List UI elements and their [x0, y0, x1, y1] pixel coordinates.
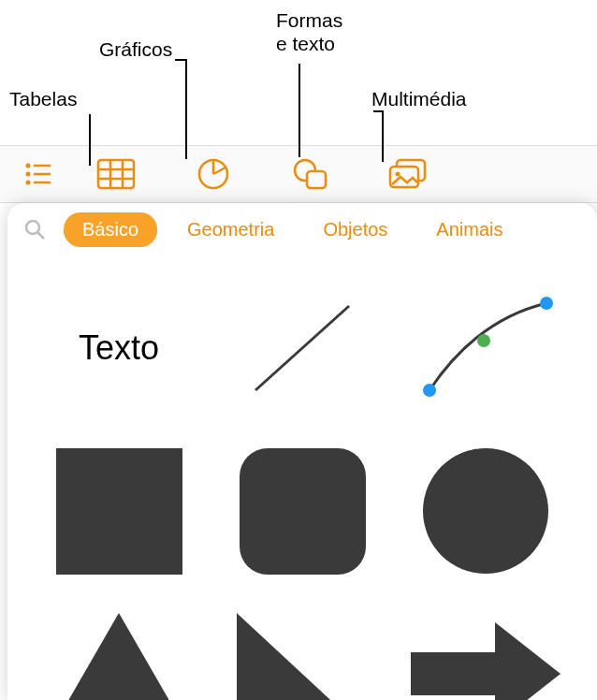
callout-shapes-text: Formas e texto	[276, 8, 342, 55]
shape-right-triangle[interactable]	[219, 604, 386, 700]
shape-text[interactable]: Texto	[36, 278, 202, 418]
tab-animals[interactable]: Animais	[417, 212, 521, 247]
shape-rounded-square[interactable]	[219, 441, 386, 581]
callout-line	[89, 114, 91, 166]
triangle-icon	[49, 613, 189, 700]
shapes-popover: Básico Geometria Objetos Animais Texto	[7, 203, 597, 700]
callout-shapes-l1: Formas	[276, 9, 342, 31]
svg-point-22	[540, 297, 553, 310]
svg-rect-15	[390, 167, 418, 187]
right-triangle-icon	[237, 613, 368, 700]
outline-icon	[24, 162, 52, 186]
shape-triangle[interactable]	[36, 604, 202, 700]
svg-point-2	[26, 172, 31, 177]
chart-icon	[197, 157, 230, 191]
table-button[interactable]	[67, 146, 165, 202]
svg-marker-27	[237, 613, 368, 700]
svg-line-19	[255, 306, 349, 390]
outline-button[interactable]	[9, 146, 67, 202]
callout-line	[373, 99, 411, 165]
svg-rect-13	[307, 171, 326, 188]
callout-annotations: Tabelas Gráficos Formas e texto Multiméd…	[0, 0, 597, 145]
svg-rect-24	[240, 448, 366, 575]
table-icon	[96, 158, 136, 190]
arrow-right-icon	[411, 622, 561, 700]
svg-marker-26	[49, 613, 189, 700]
shapes-tabbar: Básico Geometria Objetos Animais	[7, 203, 597, 255]
curve-icon	[411, 292, 561, 404]
svg-point-21	[477, 334, 490, 347]
svg-point-25	[423, 448, 548, 574]
category-tabs: Básico Geometria Objetos Animais	[64, 212, 584, 247]
svg-point-17	[26, 221, 39, 234]
svg-point-0	[26, 164, 31, 168]
callout-charts: Gráficos	[99, 37, 172, 61]
callout-line	[298, 64, 300, 157]
line-icon	[237, 292, 368, 404]
svg-line-18	[37, 232, 44, 239]
tab-geometry[interactable]: Geometria	[168, 212, 293, 247]
text-shape-label: Texto	[79, 328, 159, 368]
shape-circle[interactable]	[402, 441, 569, 581]
shape-arrow-right[interactable]	[402, 604, 569, 700]
svg-rect-6	[98, 160, 134, 188]
svg-point-20	[423, 384, 436, 397]
square-icon	[56, 448, 182, 575]
svg-point-16	[396, 172, 400, 177]
shape-button[interactable]	[262, 146, 359, 202]
callout-tables: Tabelas	[9, 87, 77, 110]
svg-marker-28	[411, 622, 561, 700]
shape-square[interactable]	[36, 441, 202, 581]
rounded-square-icon	[240, 448, 366, 575]
search-icon[interactable]	[21, 215, 49, 243]
shape-curve[interactable]	[402, 278, 569, 418]
shapes-grid: Texto	[7, 255, 597, 700]
shape-line[interactable]	[219, 278, 386, 418]
tab-basic[interactable]: Básico	[64, 212, 157, 247]
circle-icon	[423, 448, 549, 575]
shape-icon	[292, 157, 329, 191]
svg-point-4	[26, 181, 31, 185]
svg-rect-23	[56, 448, 182, 575]
callout-line	[175, 49, 203, 161]
tab-objects[interactable]: Objetos	[304, 212, 406, 247]
callout-shapes-l2: e texto	[276, 33, 335, 54]
